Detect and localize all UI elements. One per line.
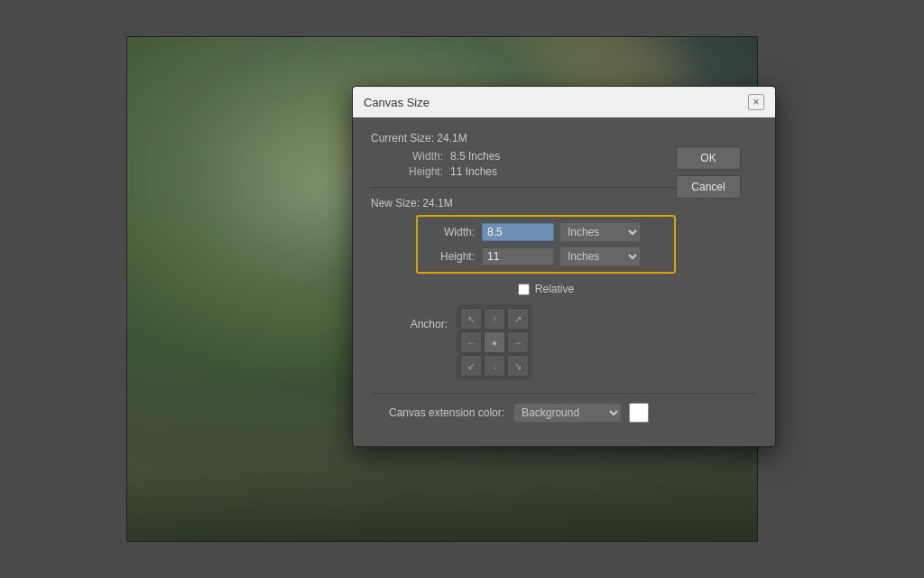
current-width-value: 8.5 Inches <box>450 150 500 163</box>
width-input-row: Width: Inches Pixels Centimeters Millime… <box>425 222 667 242</box>
anchor-section: Anchor: ↖ ↑ ↗ ← ● → ↙ ↓ ↘ <box>371 304 676 380</box>
current-size-label: Current Size: 24.1M <box>371 132 676 144</box>
new-size-label: New Size: 24.1M <box>371 197 676 210</box>
height-input[interactable] <box>482 247 554 266</box>
relative-checkbox[interactable] <box>518 284 530 295</box>
canvas-extension-select[interactable]: Background Foreground White Black Gray O… <box>513 403 622 423</box>
width-label: Width: <box>425 226 475 238</box>
current-width-row: Width: 8.5 Inches <box>371 150 676 163</box>
dialog-body: Current Size: 24.1M Width: 8.5 Inches He… <box>353 117 775 446</box>
anchor-cell-right[interactable]: → <box>507 331 529 353</box>
dialog-main: Current Size: 24.1M Width: 8.5 Inches He… <box>371 132 757 393</box>
anchor-grid: ↖ ↑ ↗ ← ● → ↙ ↓ ↘ <box>457 304 532 380</box>
canvas-extension-label: Canvas extension color: <box>389 406 504 419</box>
anchor-cell-bottomleft[interactable]: ↙ <box>460 355 482 377</box>
width-unit-select[interactable]: Inches Pixels Centimeters Millimeters Po… <box>559 222 641 242</box>
cancel-button[interactable]: Cancel <box>676 175 741 199</box>
current-height-key: Height: <box>389 165 443 178</box>
current-width-key: Width: <box>389 150 443 163</box>
anchor-cell-bottomright[interactable]: ↘ <box>507 355 529 377</box>
divider <box>371 187 676 188</box>
height-input-row: Height: Inches Pixels Centimeters Millim… <box>425 247 667 266</box>
relative-row: Relative <box>416 283 676 295</box>
height-label: Height: <box>425 250 475 263</box>
canvas-extension-color-swatch[interactable] <box>629 403 649 423</box>
dialog-content: Current Size: 24.1M Width: 8.5 Inches He… <box>371 132 676 393</box>
new-size-section: New Size: 24.1M Width: Inches Pixels Cen… <box>371 197 676 274</box>
height-unit-select[interactable]: Inches Pixels Centimeters Millimeters Po… <box>559 247 641 266</box>
relative-label[interactable]: Relative <box>535 283 574 295</box>
anchor-label: Anchor: <box>389 304 448 331</box>
canvas-extension-row: Canvas extension color: Background Foreg… <box>371 393 757 432</box>
workspace: Canvas Size × Current Size: 24.1M Width:… <box>0 0 924 578</box>
dimensions-input-group: Width: Inches Pixels Centimeters Millime… <box>416 215 676 274</box>
anchor-cell-bottom[interactable]: ↓ <box>484 355 505 377</box>
ok-button[interactable]: OK <box>676 146 741 170</box>
current-height-value: 11 Inches <box>450 165 497 178</box>
canvas-size-dialog: Canvas Size × Current Size: 24.1M Width:… <box>352 86 776 447</box>
anchor-cell-center[interactable]: ● <box>484 331 505 353</box>
dialog-titlebar: Canvas Size × <box>353 87 775 117</box>
dialog-side-buttons: OK Cancel <box>676 132 757 393</box>
anchor-cell-topright[interactable]: ↗ <box>507 308 529 330</box>
anchor-cell-left[interactable]: ← <box>460 331 482 353</box>
dialog-title: Canvas Size <box>364 96 430 109</box>
close-button[interactable]: × <box>748 94 764 110</box>
width-input[interactable] <box>482 223 554 241</box>
current-height-row: Height: 11 Inches <box>371 165 676 178</box>
anchor-cell-top[interactable]: ↑ <box>484 308 505 330</box>
anchor-cell-topleft[interactable]: ↖ <box>460 308 482 330</box>
